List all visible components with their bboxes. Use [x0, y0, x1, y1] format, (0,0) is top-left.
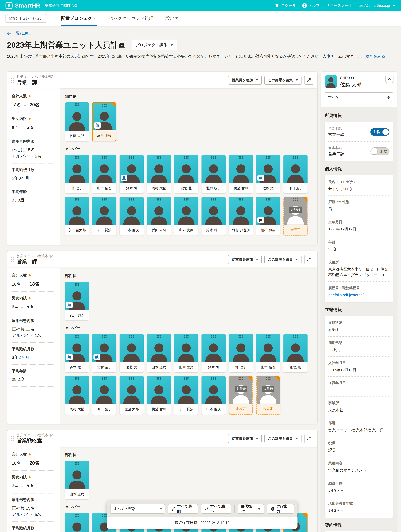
- employee-card[interactable]: 林 理子: [229, 334, 253, 372]
- drag-handle-icon[interactable]: [11, 436, 14, 441]
- drag-handle-icon[interactable]: [129, 377, 134, 380]
- employee-card[interactable]: 岡村 大輔: [65, 376, 89, 415]
- add-employee-button[interactable]: 従業員を追加: [228, 434, 262, 443]
- drag-handle-icon[interactable]: [239, 198, 243, 201]
- smarthr-logo[interactable]: S SmartHR: [6, 2, 40, 9]
- drag-handle-icon[interactable]: [239, 156, 243, 158]
- employee-card[interactable]: 休 植松 和義: [256, 197, 280, 235]
- drag-handle-icon[interactable]: [75, 462, 79, 465]
- drag-handle-icon[interactable]: [266, 198, 271, 201]
- drag-handle-icon[interactable]: [75, 377, 79, 380]
- drag-handle-icon[interactable]: [157, 156, 161, 158]
- release-notes-link[interactable]: リリースノート: [326, 3, 353, 8]
- employee-card[interactable]: 佐藤 太郎: [65, 102, 89, 141]
- tab-placement-projects[interactable]: 配置プロジェクト: [61, 11, 97, 26]
- expand-department-button[interactable]: [304, 255, 313, 264]
- drag-handle-icon[interactable]: [266, 377, 271, 380]
- edit-department-button[interactable]: この部署を編集: [264, 255, 302, 264]
- employee-card[interactable]: 山内 愛菜: [174, 197, 198, 235]
- employee-card[interactable]: 北村 綾子: [202, 155, 226, 193]
- department-operations-button[interactable]: 部署操作: [238, 504, 264, 514]
- employee-card[interactable]: 稲垣 薫: [174, 155, 198, 193]
- drag-handle-icon[interactable]: [293, 335, 298, 338]
- edit-department-button[interactable]: この部署を編集: [264, 434, 302, 443]
- expand-department-button[interactable]: [304, 434, 313, 443]
- drag-handle-icon[interactable]: [211, 335, 216, 338]
- employee-card[interactable]: 仲田 葉子: [92, 376, 116, 415]
- employee-card[interactable]: 佐藤 太郎: [120, 376, 144, 415]
- drag-handle-icon[interactable]: [102, 104, 107, 107]
- drag-handle-icon[interactable]: [157, 335, 161, 338]
- drag-handle-icon[interactable]: [102, 377, 107, 380]
- drag-handle-icon[interactable]: [102, 514, 107, 517]
- employee-card[interactable]: 竹村 沙也加: [229, 197, 253, 235]
- drag-handle-icon[interactable]: [157, 377, 161, 380]
- drag-handle-icon[interactable]: [11, 257, 14, 262]
- school-link[interactable]: スクール: [274, 3, 296, 8]
- add-employee-button[interactable]: 従業員を追加: [228, 255, 262, 264]
- edit-department-button[interactable]: この部署を編集: [264, 76, 302, 85]
- back-to-list-link[interactable]: 一覧に戻る: [7, 31, 32, 36]
- drag-handle-icon[interactable]: [157, 198, 161, 201]
- see-more-link[interactable]: 続きをみる: [365, 54, 385, 59]
- employee-card[interactable]: 横溝 智和: [147, 376, 171, 415]
- drag-handle-icon[interactable]: [211, 377, 216, 380]
- drag-handle-icon[interactable]: [129, 198, 134, 201]
- employee-card[interactable]: 兼 及川 明香: [92, 102, 116, 141]
- drag-handle-icon[interactable]: [75, 198, 79, 201]
- employee-card[interactable]: 仲田 葉子: [284, 155, 308, 193]
- project-actions-button[interactable]: プロジェクト操作: [132, 40, 177, 51]
- close-panel-button[interactable]: ✕: [385, 75, 394, 83]
- employee-card[interactable]: 岡村 大輔: [147, 155, 171, 193]
- employee-card[interactable]: 兼 及川 明香: [65, 282, 89, 320]
- tab-settings[interactable]: 設定: [165, 11, 178, 26]
- drag-handle-icon[interactable]: [11, 77, 14, 83]
- drag-handle-icon[interactable]: [184, 335, 189, 338]
- help-link[interactable]: ? ヘルプ: [302, 3, 320, 8]
- drag-handle-icon[interactable]: [102, 198, 107, 201]
- employee-card[interactable]: 山本 拓也: [256, 334, 280, 372]
- csv-export-button[interactable]: CSV出力: [267, 504, 294, 514]
- employee-card[interactable]: 佐藤 文: [120, 334, 144, 372]
- employee-card[interactable]: 鈴木 司: [202, 334, 226, 372]
- employee-card[interactable]: 坂田 未羽: [147, 197, 171, 235]
- drag-handle-icon[interactable]: [266, 156, 271, 158]
- drag-handle-icon[interactable]: [75, 156, 79, 158]
- drag-handle-icon[interactable]: [75, 514, 79, 517]
- drag-handle-icon[interactable]: [211, 156, 216, 158]
- affiliation-toggle[interactable]: 主務: [370, 128, 389, 136]
- employee-card[interactable]: 横溝 智和: [229, 155, 253, 193]
- employee-card[interactable]: 永山 祐太郎: [65, 197, 89, 235]
- drag-handle-icon[interactable]: [184, 377, 189, 380]
- drag-handle-icon[interactable]: [102, 156, 107, 158]
- employee-card[interactable]: 稲垣 薫: [284, 334, 308, 372]
- employee-card[interactable]: 山本 拓也: [92, 155, 116, 193]
- drag-handle-icon[interactable]: [75, 283, 79, 285]
- drag-handle-icon[interactable]: [184, 198, 189, 201]
- account-menu[interactable]: test@smarthr.co.jp: [358, 3, 395, 8]
- employee-card[interactable]: 林 理子: [65, 155, 89, 193]
- drag-handle-icon[interactable]: [266, 335, 271, 338]
- drag-handle-icon[interactable]: [211, 198, 216, 201]
- employee-card[interactable]: 新田 賢治: [92, 197, 116, 235]
- drag-handle-icon[interactable]: [129, 335, 134, 338]
- collapse-all-button[interactable]: すべて縮小: [201, 504, 231, 514]
- employee-card[interactable]: 山本 慶次: [65, 461, 89, 499]
- drag-handle-icon[interactable]: [239, 377, 243, 380]
- drag-handle-icon[interactable]: [75, 335, 79, 338]
- employee-card[interactable]: 鈴木 雄一: [202, 197, 226, 235]
- drag-handle-icon[interactable]: [102, 335, 107, 338]
- expand-department-button[interactable]: [304, 76, 313, 85]
- drag-handle-icon[interactable]: [293, 156, 298, 158]
- drag-handle-icon[interactable]: [239, 335, 243, 338]
- affiliation-toggle[interactable]: 兼務: [370, 147, 389, 155]
- drag-handle-icon[interactable]: [75, 103, 79, 106]
- drag-handle-icon[interactable]: [184, 156, 189, 158]
- employee-card[interactable]: 未登録 未設定: [256, 376, 280, 415]
- employee-card[interactable]: 未登録 未設定: [284, 197, 308, 235]
- employee-card[interactable]: 未登録 未設定: [229, 376, 253, 415]
- employee-card[interactable]: 山本 慶次: [120, 197, 144, 235]
- add-employee-button[interactable]: 従業員を追加: [228, 76, 262, 85]
- employee-card[interactable]: 山本 慶次: [202, 376, 226, 415]
- employee-card[interactable]: 兼 鈴木 雄一: [65, 334, 89, 372]
